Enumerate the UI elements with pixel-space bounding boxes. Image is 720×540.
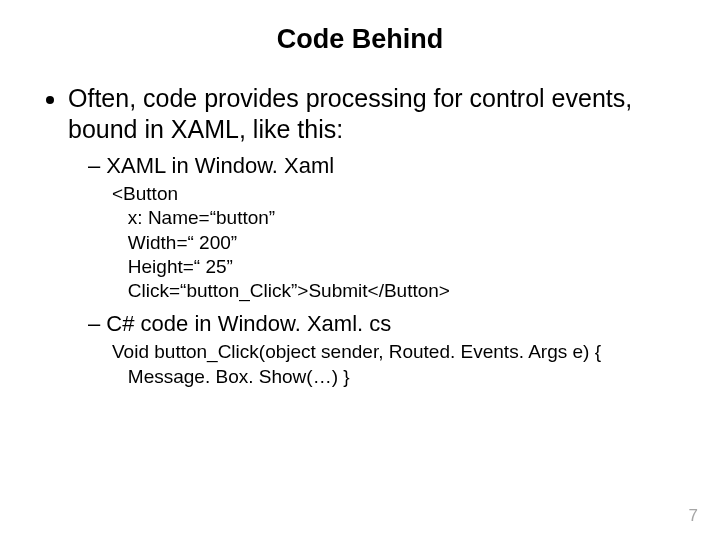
bullet-item: Often, code provides processing for cont… [68, 83, 680, 389]
bullet-text: Often, code provides processing for cont… [68, 84, 632, 143]
code-block-xaml: <Button x: Name=“button” Width=“ 200” He… [112, 182, 680, 304]
bullet-list: Often, code provides processing for cont… [40, 83, 680, 389]
sub-list: C# code in Window. Xaml. cs [68, 310, 680, 339]
sub-item-label: C# code in Window. Xaml. cs [106, 311, 391, 336]
sub-item-cs: C# code in Window. Xaml. cs [88, 310, 680, 339]
slide-title: Code Behind [40, 24, 680, 55]
sub-list: XAML in Window. Xaml [68, 152, 680, 181]
code-block-cs: Void button_Click(object sender, Routed.… [112, 340, 680, 389]
sub-item-label: XAML in Window. Xaml [106, 153, 334, 178]
slide: Code Behind Often, code provides process… [0, 0, 720, 389]
page-number: 7 [689, 506, 698, 526]
sub-item-xaml: XAML in Window. Xaml [88, 152, 680, 181]
